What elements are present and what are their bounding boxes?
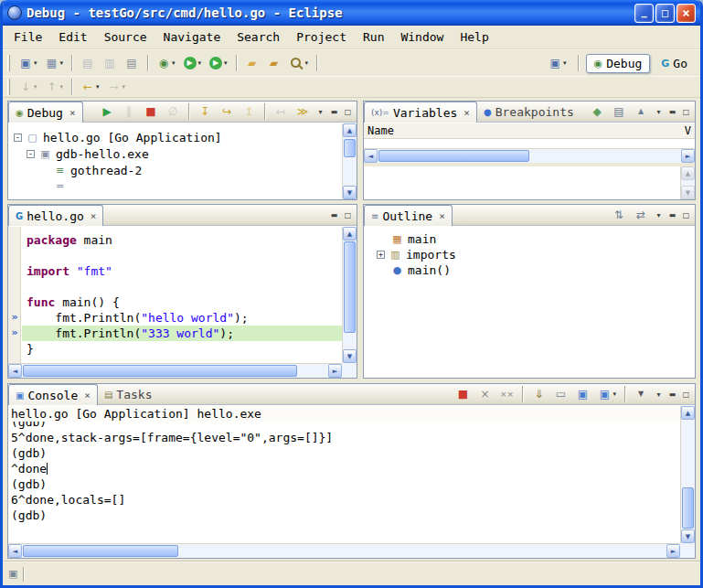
maximize-view-icon[interactable]: □ [679,105,693,118]
step-over-button[interactable]: ↪ [217,102,237,122]
sort-button[interactable]: ⇅ [609,205,629,225]
menu-file[interactable]: File [5,28,50,46]
step-into-button[interactable]: ↧ [195,102,215,122]
view-menu-icon[interactable]: ▾ [314,105,327,118]
tab-outline[interactable]: ≡ Outline × [364,205,453,226]
tab-hello-go[interactable]: G hello.go × [8,205,103,226]
dropdown-arrow-icon[interactable]: ▾ [60,83,64,91]
save-button[interactable]: ▤ [78,53,98,73]
scroll-thumb[interactable] [344,139,356,157]
console-output[interactable]: (gdb) 5^done,stack-args=[frame={level="0… [8,422,680,543]
view-menu-icon[interactable]: ▾ [652,388,666,401]
minimize-view-icon[interactable]: ▬ [327,105,341,118]
minimize-view-icon[interactable]: ▬ [666,105,679,118]
code-area[interactable]: package main import "fmt" func main() { … [22,227,342,363]
scroll-thumb[interactable] [378,150,529,162]
maximize-view-icon[interactable]: □ [341,105,355,118]
drop-to-frame-button[interactable]: ↤ [271,102,291,122]
title-bar[interactable]: Debug - testGo/src/cmd/hello.go - Eclips… [3,0,700,26]
search-button[interactable]: ▾ [286,53,312,73]
instruction-pointer-icon[interactable]: » [8,326,21,338]
scroll-down-button[interactable]: ▼ [681,186,695,199]
display-selected-console-button[interactable]: ▣ [572,384,592,404]
close-icon[interactable]: × [439,210,445,222]
forward-button[interactable]: →▾ [104,77,129,97]
tree-item[interactable]: ≡gothread-2 [8,162,341,178]
maximize-button[interactable]: □ [655,4,675,23]
new-wizard-button[interactable]: ▣▾ [16,53,40,73]
link-with-editor-button[interactable]: ⇄ [631,205,651,225]
editor-vertical-scrollbar[interactable]: ▲ ▼ [342,227,357,363]
open-wizard-button[interactable]: ▦▾ [42,53,67,73]
debug-button[interactable]: ◉▾ [154,53,178,73]
clear-console-button[interactable]: ▭ [550,384,570,404]
close-icon[interactable]: × [91,210,97,222]
minimize-view-icon[interactable]: ▬ [327,208,341,221]
view-menu-icon[interactable]: ▾ [652,208,666,221]
scroll-thumb[interactable] [344,241,356,333]
remove-all-launches-button[interactable]: ×× [496,384,517,404]
scroll-down-button[interactable]: ▼ [343,186,357,199]
open-console-button[interactable]: ▣▾ [594,384,619,404]
open-folder-button[interactable]: ▰ [264,53,284,73]
editor-ruler[interactable]: »» [8,227,21,363]
variables-column-header[interactable]: Name V [364,123,695,139]
tab-breakpoints[interactable]: ● Breakpoints [477,102,581,122]
dropdown-arrow-icon[interactable]: ▾ [612,390,616,398]
tree-item[interactable]: ▦main [371,231,695,247]
menu-source[interactable]: Source [96,28,155,46]
next-annotation-button[interactable]: ↓▾ [16,77,40,97]
close-button[interactable]: × [676,4,696,23]
maximize-view-icon[interactable]: □ [341,208,355,221]
run-button[interactable]: ▶▾ [180,53,205,73]
dropdown-arrow-icon[interactable]: ▾ [563,59,567,67]
scroll-left-button[interactable]: ◄ [8,544,22,558]
console-vertical-scrollbar[interactable]: ▲ ▼ [680,406,695,543]
scroll-up-button[interactable]: ▲ [681,406,695,420]
scroll-right-button[interactable]: ► [666,544,680,558]
perspective-go-button[interactable]: G Go [653,54,696,73]
dropdown-arrow-icon[interactable]: ▾ [34,59,37,67]
menu-edit[interactable]: Edit [50,28,95,46]
new-folder-button[interactable]: ▰ [242,53,262,73]
minimize-view-icon[interactable]: ▬ [666,388,679,401]
terminate-button[interactable]: ■ [453,384,473,404]
close-icon[interactable]: × [463,107,470,119]
view-menu-icon[interactable]: ▾ [652,105,666,118]
collapse-expander-icon[interactable]: - [27,150,35,158]
tree-item[interactable]: ≡ [8,178,341,187]
pin-console-button[interactable]: ▼ [631,384,651,404]
column-value-partial[interactable]: V [685,124,691,137]
maximize-view-icon[interactable]: □ [679,208,693,221]
detail-vertical-scrollbar[interactable]: ▲ ▼ [680,166,695,199]
step-return-button[interactable]: ↥ [239,102,259,122]
tree-item[interactable]: +▥imports [371,247,695,262]
scroll-thumb[interactable] [23,545,178,557]
scroll-up-button[interactable]: ▲ [343,123,357,137]
dropdown-arrow-icon[interactable]: ▾ [34,83,37,91]
tree-item[interactable]: -▢hello.go [Go Application] [8,129,341,145]
minimize-button[interactable]: — [634,4,654,23]
scroll-right-button[interactable]: ► [328,364,342,378]
show-type-names-button[interactable]: ▤ [609,102,629,122]
breakpoint-icon[interactable]: » [8,311,21,323]
terminate-button[interactable]: ■ [141,102,161,122]
scroll-up-button[interactable]: ▲ [681,166,695,180]
column-name[interactable]: Name [367,124,394,137]
scroll-thumb[interactable] [23,365,297,377]
print-button[interactable]: ▤ [122,53,142,73]
previous-annotation-button[interactable]: ↑▾ [42,77,67,97]
disconnect-button[interactable]: ∅ [163,102,183,122]
dropdown-arrow-icon[interactable]: ▾ [305,59,309,67]
collapse-all-button[interactable]: ▲ [631,102,651,122]
run-last-tool-button[interactable]: ▶▾ [206,53,230,73]
suspend-button[interactable]: ‖ [119,102,139,122]
scroll-thumb[interactable] [682,487,694,529]
minimize-view-icon[interactable]: ▬ [666,208,679,221]
menu-help[interactable]: Help [452,28,496,46]
scroll-right-button[interactable]: ► [681,149,695,163]
menu-search[interactable]: Search [229,28,288,46]
menu-window[interactable]: Window [392,28,452,46]
remove-launch-button[interactable]: × [474,384,495,404]
toolbar-grip[interactable] [7,79,10,95]
